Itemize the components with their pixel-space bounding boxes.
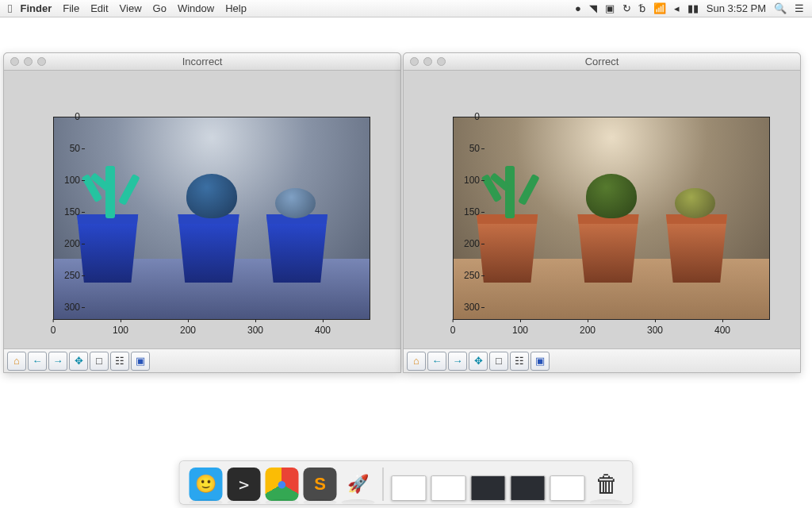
ytick: 300 [48, 302, 80, 313]
dropbox-icon[interactable]: ◥ [589, 2, 597, 14]
clock[interactable]: Sun 3:52 PM [707, 2, 766, 14]
toolbar-subplots-button[interactable]: ☷ [110, 352, 129, 371]
dock-window-thumb[interactable] [550, 475, 585, 501]
ytick: 250 [48, 270, 80, 281]
volume-icon[interactable]: ◂ [674, 2, 680, 14]
xtick: 200 [180, 325, 196, 336]
axes-image [53, 117, 370, 320]
dock-window-thumb[interactable] [431, 475, 466, 501]
spotlight-icon[interactable]: 🔍 [774, 2, 787, 14]
ytick: 0 [448, 111, 480, 122]
menu-extra-icon[interactable]: ● [575, 2, 581, 14]
toolbar-pan-button[interactable]: ✥ [469, 352, 488, 371]
xtick: 100 [113, 325, 128, 336]
ytick: 50 [448, 143, 480, 154]
dock-app-chrome[interactable]: ● [266, 468, 299, 501]
ytick: 150 [448, 206, 480, 217]
apple-menu-icon[interactable]:  [8, 2, 12, 15]
toolbar-back-button[interactable]: ← [28, 352, 47, 371]
toolbar-save-button[interactable]: ▣ [530, 352, 550, 371]
active-app-name[interactable]: Finder [20, 2, 52, 14]
ytick: 100 [48, 175, 80, 186]
dock-window-thumb[interactable] [471, 475, 506, 501]
bluetooth-icon[interactable]: ␢ [639, 2, 645, 14]
toolbar-home-button[interactable]: ⌂ [407, 352, 426, 371]
dock: 🙂 > ● S 🚀 🗑 [179, 460, 634, 505]
airplay-icon[interactable]: ▣ [605, 2, 615, 14]
xtick: 300 [247, 325, 263, 336]
window-title: Incorrect [4, 56, 400, 67]
menubar-left: Finder File Edit View Go Window Help [20, 2, 246, 14]
ytick: 150 [48, 206, 80, 217]
ytick: 0 [48, 111, 80, 122]
ytick: 100 [448, 175, 480, 186]
ytick: 200 [48, 238, 80, 249]
figure-window-correct: Correct 0 50 100 150 200 250 300 0 100 2… [403, 52, 801, 373]
toolbar-pan-button[interactable]: ✥ [69, 352, 88, 371]
titlebar[interactable]: Incorrect [4, 53, 400, 71]
toolbar-save-button[interactable]: ▣ [131, 352, 150, 371]
menubar:  Finder File Edit View Go Window Help ●… [0, 0, 812, 17]
menu-view[interactable]: View [120, 2, 142, 14]
dock-separator [383, 468, 384, 501]
toolbar-back-button[interactable]: ← [427, 352, 446, 371]
menu-file[interactable]: File [63, 2, 79, 14]
toolbar-zoom-button[interactable]: □ [90, 352, 109, 371]
menu-window[interactable]: Window [178, 2, 214, 14]
titlebar[interactable]: Correct [404, 53, 800, 71]
toolbar-home-button[interactable]: ⌂ [7, 352, 26, 371]
dock-window-thumb[interactable] [392, 475, 427, 501]
toolbar-zoom-button[interactable]: □ [489, 352, 508, 371]
mpl-toolbar: ⌂ ← → ✥ □ ☷ ▣ [404, 348, 800, 372]
dock-app-sublime[interactable]: S [304, 468, 337, 501]
menubar-right: ● ◥ ▣ ↻ ␢ 📶 ◂ ▮▮ Sun 3:52 PM 🔍 ☰ [575, 2, 804, 14]
wifi-icon[interactable]: 📶 [653, 2, 666, 14]
mpl-toolbar: ⌂ ← → ✥ □ ☷ ▣ [4, 348, 400, 372]
menu-edit[interactable]: Edit [90, 2, 108, 14]
image-content [454, 117, 769, 319]
window-title: Correct [404, 56, 800, 67]
dock-app-finder[interactable]: 🙂 [190, 468, 223, 501]
dock-trash[interactable]: 🗑 [590, 468, 623, 501]
ytick: 300 [448, 302, 480, 313]
toolbar-forward-button[interactable]: → [448, 352, 467, 371]
toolbar-subplots-button[interactable]: ☷ [510, 352, 529, 371]
xtick: 300 [647, 325, 663, 336]
plot-area: 0 50 100 150 200 250 300 0 100 200 300 4… [4, 71, 400, 372]
battery-icon[interactable]: ▮▮ [688, 2, 699, 14]
dock-window-thumb[interactable] [511, 475, 546, 501]
notifications-icon[interactable]: ☰ [795, 2, 804, 14]
figure-window-incorrect: Incorrect 0 50 100 150 200 250 300 0 100… [3, 52, 401, 373]
timemachine-icon[interactable]: ↻ [622, 2, 631, 14]
ytick: 250 [448, 270, 480, 281]
axes-image [453, 117, 770, 320]
xtick: 0 [450, 325, 456, 336]
plot-area: 0 50 100 150 200 250 300 0 100 200 300 4… [404, 71, 800, 372]
toolbar-forward-button[interactable]: → [48, 352, 67, 371]
menu-go[interactable]: Go [153, 2, 167, 14]
menu-help[interactable]: Help [225, 2, 247, 14]
xtick: 0 [51, 325, 56, 336]
dock-app-terminal[interactable]: > [228, 468, 261, 501]
xtick: 400 [315, 325, 331, 336]
ytick: 50 [48, 143, 80, 154]
image-content [54, 117, 370, 319]
xtick: 200 [580, 325, 596, 336]
dock-app-rocket[interactable]: 🚀 [342, 468, 375, 501]
ytick: 200 [448, 238, 480, 249]
xtick: 400 [714, 325, 730, 336]
xtick: 100 [512, 325, 528, 336]
